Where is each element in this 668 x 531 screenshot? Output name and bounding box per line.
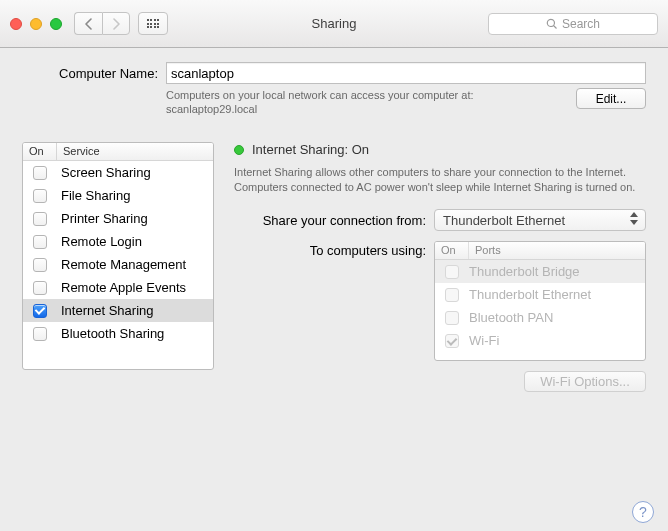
service-row[interactable]: Remote Login xyxy=(23,230,213,253)
grid-icon xyxy=(147,19,160,28)
port-row[interactable]: Thunderbolt Ethernet xyxy=(435,283,645,306)
service-label: Bluetooth Sharing xyxy=(57,326,164,341)
edit-button[interactable]: Edit... xyxy=(576,88,646,109)
service-label: File Sharing xyxy=(57,188,130,203)
wifi-options-button[interactable]: Wi-Fi Options... xyxy=(524,371,646,392)
service-checkbox[interactable] xyxy=(33,327,47,341)
port-row[interactable]: Bluetooth PAN xyxy=(435,306,645,329)
service-label: Remote Management xyxy=(57,257,186,272)
window-title: Sharing xyxy=(312,16,357,31)
close-window-button[interactable] xyxy=(10,18,22,30)
port-checkbox[interactable] xyxy=(445,311,459,325)
port-checkbox[interactable] xyxy=(445,265,459,279)
help-button[interactable]: ? xyxy=(632,501,654,523)
share-from-label: Share your connection from: xyxy=(234,213,426,228)
to-computers-label: To computers using: xyxy=(234,241,426,258)
service-checkbox[interactable] xyxy=(33,258,47,272)
port-label: Thunderbolt Ethernet xyxy=(469,287,591,302)
ports-list: On Ports Thunderbolt BridgeThunderbolt E… xyxy=(434,241,646,361)
detail-panel: Internet Sharing: On Internet Sharing al… xyxy=(234,142,646,392)
service-row[interactable]: Internet Sharing xyxy=(23,299,213,322)
minimize-window-button[interactable] xyxy=(30,18,42,30)
search-field[interactable]: Search xyxy=(488,13,658,35)
select-arrows-icon xyxy=(627,212,641,225)
titlebar: Sharing Search xyxy=(0,0,668,48)
port-label: Bluetooth PAN xyxy=(469,310,553,325)
port-row[interactable]: Thunderbolt Bridge xyxy=(435,260,645,283)
service-checkbox[interactable] xyxy=(33,304,47,318)
service-row[interactable]: Screen Sharing xyxy=(23,161,213,184)
service-row[interactable]: Bluetooth Sharing xyxy=(23,322,213,345)
column-on: On xyxy=(23,143,57,160)
port-row[interactable]: Wi-Fi xyxy=(435,329,645,352)
zoom-window-button[interactable] xyxy=(50,18,62,30)
service-checkbox[interactable] xyxy=(33,166,47,180)
ports-column-on: On xyxy=(435,242,469,259)
share-from-value: Thunderbolt Ethernet xyxy=(443,213,565,228)
port-label: Wi-Fi xyxy=(469,333,499,348)
back-button[interactable] xyxy=(74,12,102,35)
service-checkbox[interactable] xyxy=(33,235,47,249)
service-checkbox[interactable] xyxy=(33,212,47,226)
status-description: Internet Sharing allows other computers … xyxy=(234,165,646,195)
service-row[interactable]: File Sharing xyxy=(23,184,213,207)
service-list: On Service Screen SharingFile SharingPri… xyxy=(22,142,214,370)
service-label: Internet Sharing xyxy=(57,303,154,318)
service-row[interactable]: Printer Sharing xyxy=(23,207,213,230)
service-label: Remote Apple Events xyxy=(57,280,186,295)
forward-button[interactable] xyxy=(102,12,130,35)
ports-column-ports: Ports xyxy=(469,242,501,259)
service-checkbox[interactable] xyxy=(33,189,47,203)
port-checkbox[interactable] xyxy=(445,288,459,302)
status-dot-icon xyxy=(234,145,244,155)
column-service: Service xyxy=(57,143,100,160)
window-controls xyxy=(10,18,62,30)
share-from-select[interactable]: Thunderbolt Ethernet xyxy=(434,209,646,231)
show-all-button[interactable] xyxy=(138,12,168,35)
service-label: Printer Sharing xyxy=(57,211,148,226)
nav-buttons xyxy=(74,12,130,35)
service-row[interactable]: Remote Apple Events xyxy=(23,276,213,299)
service-row[interactable]: Remote Management xyxy=(23,253,213,276)
computer-name-input[interactable] xyxy=(166,62,646,84)
port-checkbox[interactable] xyxy=(445,334,459,348)
service-label: Remote Login xyxy=(57,234,142,249)
computer-name-subtext: Computers on your local network can acce… xyxy=(166,88,566,116)
service-list-header: On Service xyxy=(23,143,213,161)
service-label: Screen Sharing xyxy=(57,165,151,180)
search-icon xyxy=(546,18,558,30)
port-label: Thunderbolt Bridge xyxy=(469,264,580,279)
status-title: Internet Sharing: On xyxy=(252,142,369,157)
service-checkbox[interactable] xyxy=(33,281,47,295)
search-placeholder: Search xyxy=(562,17,600,31)
computer-name-label: Computer Name: xyxy=(22,66,158,81)
